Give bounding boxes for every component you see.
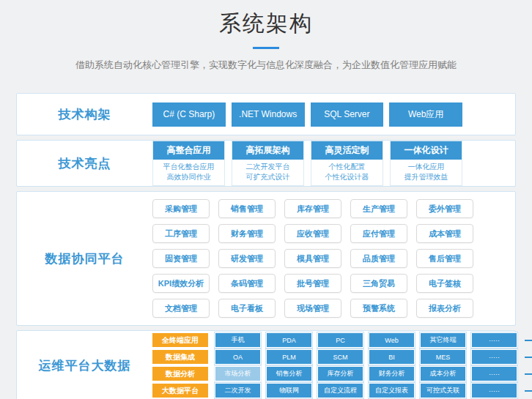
ops-category-label: 数据集成 (152, 350, 208, 364)
module-chip[interactable]: 批号管理 (284, 274, 341, 293)
section-ops-platform: 运维平台大数据 全终端应用手机PDAPCWeb其它终端·····多样化数据集成O… (16, 330, 516, 399)
ops-category-label: 数据分析 (152, 367, 208, 381)
arrow-right-icon (525, 340, 532, 341)
module-chip[interactable]: 电子看板 (218, 299, 276, 318)
tech-framework-button[interactable]: SQL Server (311, 102, 384, 127)
module-chip[interactable]: 采购管理 (152, 199, 210, 218)
ops-item-button[interactable]: 可控式关联 (421, 384, 465, 398)
arrow-right-icon (525, 373, 532, 375)
ops-item-button[interactable]: PLM (267, 350, 311, 364)
module-chip[interactable]: 库存管理 (284, 199, 341, 218)
highlight-card-body: 个性化配置个性化设计器 (311, 160, 383, 185)
ops-item-button[interactable]: ····· (472, 367, 517, 381)
arrow-right-icon (525, 390, 532, 392)
module-chip[interactable]: 生产管理 (350, 199, 407, 218)
ops-item-button[interactable]: 自定义报表 (369, 384, 414, 398)
highlight-card-body: 平台化整合应用高效协同作业 (153, 160, 224, 185)
module-chip[interactable]: 财务管理 (218, 224, 276, 243)
highlight-card-line: 个性化配置 (311, 162, 383, 172)
module-chip[interactable]: 三角贸易 (350, 274, 407, 293)
highlight-card-line: 个性化设计器 (311, 172, 383, 182)
highlight-card-title: 一体化设计 (391, 141, 462, 160)
highlight-card-line: 高效协同作业 (153, 172, 224, 182)
tech-framework-button[interactable]: C# (C Sharp) (152, 102, 226, 127)
section-tech-framework: 技术构架 C# (C Sharp).NET WindowsSQL ServerW… (16, 93, 516, 135)
highlight-card-body: 二次开发平台可扩充式设计 (232, 160, 303, 185)
module-chip[interactable]: 报表分析 (416, 299, 473, 318)
ops-platform-rows: 全终端应用手机PDAPCWeb其它终端·····多样化数据集成OAPLMSCMB… (152, 333, 532, 398)
ops-item-button[interactable]: PC (318, 333, 363, 347)
ops-item-button[interactable]: PDA (267, 333, 311, 347)
ops-item-button[interactable]: 市场分析 (215, 367, 260, 381)
module-chip[interactable]: 工序管理 (152, 224, 210, 243)
highlight-card-body: 一体化应用提升管理效益 (391, 160, 462, 185)
module-chip[interactable]: 售后管理 (416, 249, 473, 268)
highlight-card-title: 高灵活定制 (311, 141, 383, 160)
module-chip[interactable]: KPI绩效分析 (152, 274, 210, 293)
ops-item-button[interactable]: MES (421, 350, 465, 364)
highlight-card-line: 可扩充式设计 (232, 172, 303, 182)
highlight-card: 高灵活定制个性化配置个性化设计器 (311, 141, 383, 186)
ops-item-button[interactable]: 其它终端 (421, 333, 465, 347)
highlight-card-line: 二次开发平台 (232, 162, 303, 172)
ops-platform-label: 运维平台大数据 (17, 357, 152, 374)
highlight-card: 高整合应用平台化整合应用高效协同作业 (152, 141, 225, 186)
tech-framework-buttons: C# (C Sharp).NET WindowsSQL ServerWeb应用 (152, 102, 515, 127)
ops-item-button[interactable]: 财务分析 (369, 367, 414, 381)
section-data-platform: 数据协同平台 采购管理销售管理库存管理生产管理委外管理工序管理财务管理应收管理应… (16, 191, 516, 326)
data-platform-grid: 采购管理销售管理库存管理生产管理委外管理工序管理财务管理应收管理应付管理成本管理… (152, 199, 515, 318)
title-divider (253, 47, 279, 49)
ops-category-label: 大数据平台 (152, 384, 208, 398)
tech-framework-button[interactable]: Web应用 (389, 102, 462, 127)
module-chip[interactable]: 成本管理 (416, 224, 473, 243)
ops-item-button[interactable]: Web (369, 333, 414, 347)
module-chip[interactable]: 销售管理 (218, 199, 276, 218)
page-subtitle: 借助系统自动化核心管理引擎，实现数字化与信息化深度融合，为企业数值化管理应用赋能 (0, 59, 532, 72)
module-chip[interactable]: 文档管理 (152, 299, 210, 318)
section-tech-highlights: 技术亮点 高整合应用平台化整合应用高效协同作业高拓展架构二次开发平台可扩充式设计… (16, 140, 516, 187)
highlight-card-title: 高整合应用 (153, 141, 224, 160)
module-chip[interactable]: 固资管理 (152, 249, 210, 268)
ops-item-button[interactable]: SCM (318, 350, 363, 364)
highlight-card-line: 一体化应用 (391, 162, 462, 172)
module-chip[interactable]: 研发管理 (218, 249, 276, 268)
page-title: 系统架构 (0, 9, 532, 39)
ops-row: 大数据平台二次开发物联网自定义流程自定义报表可控式关联·····智能化 (152, 384, 532, 398)
module-chip[interactable]: 条码管理 (218, 274, 276, 293)
ops-item-button[interactable]: OA (215, 350, 260, 364)
ops-item-button[interactable]: 库存分析 (318, 367, 363, 381)
highlight-card-line: 提升管理效益 (391, 172, 462, 182)
highlight-card-line: 平台化整合应用 (153, 162, 224, 172)
ops-item-button[interactable]: ····· (472, 384, 517, 398)
data-platform-label: 数据协同平台 (17, 250, 152, 267)
module-chip[interactable]: 品质管理 (350, 249, 407, 268)
arrow-right-icon (525, 357, 532, 358)
tech-framework-button[interactable]: .NET Windows (232, 102, 305, 127)
ops-row: 数据分析市场分析销售分析库存分析财务分析成本分析·····实时化 (152, 367, 532, 381)
highlight-card: 一体化设计一体化应用提升管理效益 (390, 141, 462, 186)
ops-category-label: 全终端应用 (152, 333, 208, 347)
ops-item-button[interactable]: 物联网 (267, 384, 311, 398)
tech-highlight-cards: 高整合应用平台化整合应用高效协同作业高拓展架构二次开发平台可扩充式设计高灵活定制… (152, 141, 515, 186)
ops-item-button[interactable]: 手机 (215, 333, 260, 347)
ops-item-button[interactable]: ····· (472, 333, 517, 347)
module-chip[interactable]: 现场管理 (284, 299, 341, 318)
module-chip[interactable]: 应付管理 (350, 224, 407, 243)
highlight-card: 高拓展架构二次开发平台可扩充式设计 (232, 141, 304, 186)
module-chip[interactable]: 模具管理 (284, 249, 341, 268)
ops-item-button[interactable]: 销售分析 (267, 367, 311, 381)
tech-highlights-label: 技术亮点 (17, 155, 152, 172)
module-chip[interactable]: 电子签核 (416, 274, 473, 293)
ops-item-button[interactable]: 成本分析 (421, 367, 465, 381)
ops-item-button[interactable]: ····· (472, 350, 517, 364)
highlight-card-title: 高拓展架构 (232, 141, 303, 160)
tech-framework-label: 技术构架 (17, 106, 152, 123)
module-chip[interactable]: 应收管理 (284, 224, 341, 243)
module-chip[interactable]: 预警系统 (350, 299, 407, 318)
system-architecture-page: 系统架构 借助系统自动化核心管理引擎，实现数字化与信息化深度融合，为企业数值化管… (0, 0, 532, 399)
ops-item-button[interactable]: 自定义流程 (318, 384, 363, 398)
ops-item-button[interactable]: BI (369, 350, 414, 364)
ops-row: 全终端应用手机PDAPCWeb其它终端·····多样化 (152, 333, 532, 347)
ops-item-button[interactable]: 二次开发 (215, 384, 260, 398)
module-chip[interactable]: 委外管理 (416, 199, 473, 218)
